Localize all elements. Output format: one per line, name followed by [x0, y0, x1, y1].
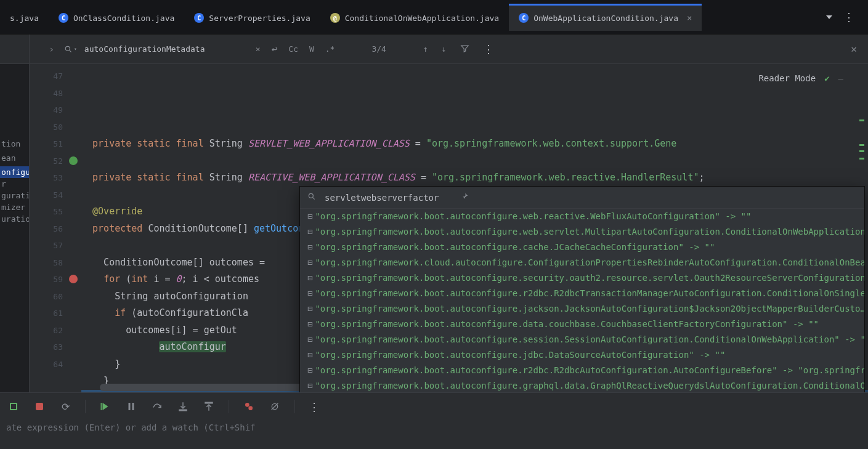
popup-item[interactable]: ⊟"org.springframework.boot.autoconfigure… [300, 332, 864, 347]
project-pane-stub [0, 34, 30, 63]
find-result-count: 3/4 [371, 44, 386, 54]
find-more-icon[interactable]: ⋮ [483, 42, 494, 55]
svg-point-9 [245, 403, 249, 407]
chevron-down-icon[interactable] [826, 15, 832, 19]
structure-item[interactable]: onfigur [0, 166, 29, 178]
debug-more-icon[interactable]: ⋮ [309, 400, 320, 413]
line-number: 53 [30, 169, 63, 187]
structure-item[interactable]: ean [0, 152, 29, 164]
line-number: 54 [30, 187, 63, 204]
popup-item[interactable]: ⊟"org.springframework.boot.autoconfigure… [300, 209, 864, 224]
whole-word-toggle[interactable]: W [309, 44, 314, 54]
code-line[interactable] [81, 153, 868, 170]
editor-tab-active[interactable]: C OnWebApplicationCondition.java × [509, 4, 702, 31]
filter-icon[interactable] [460, 44, 469, 55]
popup-item[interactable]: ⊟"org.springframework.boot.autoconfigure… [300, 286, 864, 301]
popup-item[interactable]: ⊟"org.springframework.boot.autoconfigure… [300, 301, 864, 317]
class-file-icon: C [59, 13, 68, 23]
rerun-icon[interactable]: ⟳ [59, 400, 71, 413]
popup-item[interactable]: ⊟"org.springframework.boot.autoconfigure… [300, 240, 864, 255]
close-tab-icon[interactable]: × [687, 13, 692, 23]
step-over-icon[interactable] [151, 400, 163, 413]
newline-mode-icon[interactable]: ↩ [272, 43, 278, 55]
annotation-file-icon: @ [330, 13, 340, 23]
svg-rect-4 [101, 403, 102, 410]
popup-item[interactable]: ⊟"org.springframework.cloud.autoconfigur… [300, 255, 864, 270]
line-number: 58 [30, 254, 63, 272]
structure-item[interactable]: mizer [0, 201, 29, 213]
line-number: 57 [30, 237, 63, 254]
file-label: ServerProperties.java [209, 14, 310, 23]
regex-toggle[interactable]: .* [325, 44, 335, 54]
popup-item[interactable]: ⊟"org.springframework.boot.autoconfigure… [300, 224, 864, 240]
structure-item[interactable]: guratio [0, 190, 29, 201]
structure-item[interactable]: tion [0, 138, 29, 150]
structure-tool-stub: tioneanonfigurrguratiomizeruration [0, 64, 30, 392]
editor-tab-strip: s.java C OnClassCondition.java C ServerP… [0, 0, 868, 34]
popup-item[interactable]: ⊟"org.springframework.boot.autoconfigure… [300, 317, 864, 332]
line-number: 52 [30, 153, 63, 170]
popup-filter-input[interactable] [323, 192, 453, 203]
breakpoint-gutter-icon[interactable] [69, 275, 78, 283]
popup-item[interactable]: ⊟"org.springframework.boot.autoconfigure… [300, 378, 864, 394]
line-number: 48 [30, 85, 63, 102]
class-file-icon: C [194, 13, 204, 23]
svg-rect-5 [129, 403, 131, 410]
resume-program-icon[interactable] [99, 400, 112, 413]
line-number-gutter: 474849505152535455565758596061626364 [30, 64, 81, 392]
line-number: 50 [30, 119, 63, 136]
popup-item[interactable]: ⊟"org.springframework.boot.autoconfigure… [300, 270, 864, 286]
step-out-icon[interactable] [203, 400, 215, 413]
svg-line-3 [313, 198, 315, 200]
stop-icon[interactable] [33, 400, 46, 413]
pause-icon[interactable] [125, 400, 137, 413]
step-into-icon[interactable] [177, 400, 189, 413]
override-gutter-icon[interactable] [69, 156, 78, 165]
inspection-warnings-icon[interactable]: — [838, 70, 843, 87]
close-find-bar-icon[interactable]: ✕ [851, 43, 857, 55]
match-case-toggle[interactable]: Cc [288, 44, 298, 54]
tab-overflow-controls: ⋮ [826, 10, 868, 23]
watch-placeholder[interactable]: ate expression (Enter) or add a watch (C… [6, 423, 256, 432]
inspection-ok-icon[interactable]: ✔ [824, 70, 829, 87]
resume-outline-icon[interactable] [7, 400, 20, 413]
line-number: 56 [30, 220, 63, 238]
view-breakpoints-icon[interactable] [243, 400, 255, 413]
debug-tool-window: ⟳ ⋮ ate expression (Enter) or add a watc… [0, 392, 868, 449]
line-number: 55 [30, 203, 63, 220]
mute-breakpoints-icon[interactable] [269, 400, 281, 413]
find-next-icon[interactable]: ↓ [442, 44, 447, 54]
editor-tab[interactable]: C ServerProperties.java [184, 4, 320, 31]
pin-popup-icon[interactable] [460, 192, 469, 203]
file-label: s.java [10, 14, 39, 23]
find-in-file-bar: › ▾ × ↩ Cc W .* 3/4 ↑ ↓ ⋮ ✕ [0, 34, 868, 64]
popup-item[interactable]: ⊟"org.springframework.boot.autoconfigure… [300, 347, 864, 363]
separator [229, 400, 229, 413]
code-line[interactable]: private static final String SERVLET_WEB_… [81, 136, 868, 153]
search-icon [307, 192, 316, 203]
line-number: 59 [30, 271, 63, 288]
code-line[interactable]: private static final String REACTIVE_WEB… [81, 169, 868, 187]
clear-input-icon[interactable]: × [256, 44, 261, 54]
line-number: 47 [30, 68, 63, 85]
line-number: 49 [30, 102, 63, 119]
file-label: ConditionalOnWebApplication.java [345, 14, 499, 23]
editor-tab[interactable]: @ ConditionalOnWebApplication.java [320, 4, 509, 31]
separator [294, 400, 295, 413]
find-input[interactable] [83, 44, 249, 54]
find-expand-chevron[interactable]: › [30, 44, 59, 54]
separator [85, 400, 86, 413]
kebab-menu-icon[interactable]: ⋮ [843, 10, 854, 23]
structure-item[interactable]: uration [0, 213, 29, 225]
line-number: 64 [30, 356, 63, 373]
popup-item[interactable]: ⊟"org.springframework.boot.autoconfigure… [300, 363, 864, 378]
editor-tab[interactable]: s.java [0, 4, 49, 31]
find-prev-icon[interactable]: ↑ [423, 44, 428, 54]
file-label: OnWebApplicationCondition.java [533, 14, 678, 23]
structure-item[interactable]: r [0, 178, 29, 190]
svg-point-0 [65, 46, 70, 51]
reader-mode-banner[interactable]: Reader Mode ✔ — [758, 70, 843, 87]
line-number: 61 [30, 305, 63, 322]
editor-tab[interactable]: C OnClassCondition.java [49, 4, 184, 31]
search-icon[interactable]: ▾ [64, 45, 77, 54]
